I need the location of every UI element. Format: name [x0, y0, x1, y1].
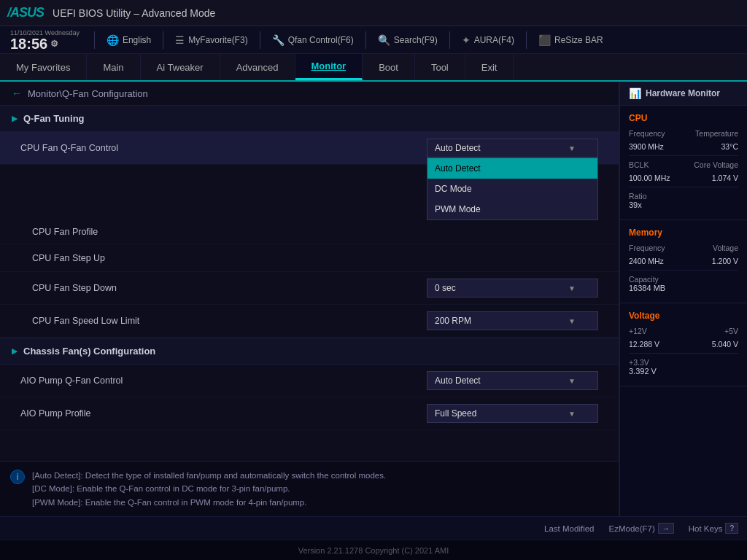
hw-core-voltage-value: 1.074 V	[712, 174, 738, 182]
hw-memory-title: Memory	[629, 228, 738, 238]
cpu-fan-step-down-row: CPU Fan Step Down 0 sec ▼	[0, 272, 619, 305]
aio-qfan-dropdown-arrow: ▼	[568, 377, 576, 385]
resize-icon: ⬛	[538, 34, 551, 46]
back-arrow-icon[interactable]: ←	[12, 88, 22, 99]
aura-label: AURA(F4)	[474, 35, 514, 45]
hw-cpu-section: CPU Frequency Temperature 3900 MHz 33°C …	[620, 106, 747, 220]
qfan-section-header[interactable]: ▶ Q-Fan Tuning	[0, 106, 619, 132]
hw-ratio-label: Ratio	[629, 192, 738, 201]
aio-pump-qfan-dropdown-wrapper: Auto Detect ▼	[427, 371, 598, 390]
hw-mem-voltage-value: 1.200 V	[712, 257, 738, 265]
cpu-fan-qfan-dropdown-menu: Auto Detect DC Mode PWM Mode	[427, 158, 598, 220]
aio-pump-qfan-control-row: AIO Pump Q-Fan Control Auto Detect ▼	[0, 365, 619, 397]
aio-pump-profile-label: AIO Pump Profile	[20, 408, 427, 419]
cpu-fan-step-down-dropdown[interactable]: 0 sec ▼	[427, 279, 598, 298]
aura-button[interactable]: ✦ AURA(F4)	[462, 34, 514, 46]
info-box: i [Auto Detect]: Detect the type of inst…	[0, 461, 619, 516]
resize-bar-button[interactable]: ⬛ ReSize BAR	[538, 34, 603, 46]
divider6	[526, 31, 527, 49]
dropdown-option-pwm-mode[interactable]: PWM Mode	[427, 199, 597, 219]
nav-exit[interactable]: Exit	[465, 54, 514, 80]
hw-cpu-freq-value: 3900 MHz	[629, 142, 664, 151]
chassis-section-header[interactable]: ▶ Chassis Fan(s) Configuration	[0, 338, 619, 365]
hardware-monitor-panel: 📊 Hardware Monitor CPU Frequency Tempera…	[619, 82, 747, 516]
monitor-icon: 📊	[629, 88, 641, 99]
hw-cpu-freq-row: Frequency Temperature	[629, 129, 738, 138]
hot-keys-icon: ?	[725, 523, 738, 534]
nav-main[interactable]: Main	[87, 54, 140, 80]
bios-title: UEFI BIOS Utility – Advanced Mode	[53, 7, 215, 19]
fan-icon: 🔧	[272, 34, 285, 46]
hw-v33-label: +3.3V	[629, 358, 738, 367]
hw-cpu-freq-val-row: 3900 MHz 33°C	[629, 142, 738, 151]
step-down-dropdown-arrow: ▼	[568, 284, 576, 292]
cpu-fan-speed-low-limit-dropdown[interactable]: 200 RPM ▼	[427, 311, 598, 330]
nav-boot[interactable]: Boot	[363, 54, 415, 80]
dropdown-option-auto-detect[interactable]: Auto Detect	[427, 158, 597, 179]
hw-mem-freq-row: Frequency Voltage	[629, 244, 738, 252]
hw-v5-value: 5.040 V	[712, 340, 738, 349]
my-favorite-button[interactable]: ☰ MyFavorite(F3)	[175, 34, 247, 46]
breadcrumb-text: Monitor\Q-Fan Configuration	[28, 88, 148, 99]
asus-brand: /ASUS	[7, 5, 44, 20]
hw-monitor-header: 📊 Hardware Monitor	[620, 82, 747, 106]
hw-mem-freq-label: Frequency	[629, 244, 665, 252]
date-display: 11/10/2021 Wednesday	[10, 29, 80, 36]
divider4	[365, 31, 366, 49]
aio-pump-qfan-label: AIO Pump Q-Fan Control	[20, 376, 427, 386]
search-button[interactable]: 🔍 Search(F9)	[378, 34, 438, 46]
cpu-fan-step-up-row: CPU Fan Step Up	[0, 244, 619, 272]
info-bar: 11/10/2021 Wednesday 18:56 ⚙ 🌐 English ☰…	[0, 26, 747, 54]
asus-logo: /ASUS	[7, 5, 44, 20]
chassis-expand-icon: ▶	[12, 346, 18, 356]
dropdown-option-dc-mode[interactable]: DC Mode	[427, 179, 597, 199]
nav-ai-tweaker[interactable]: Ai Tweaker	[141, 54, 220, 80]
aura-icon: ✦	[462, 34, 471, 46]
hw-v12-value: 12.288 V	[629, 340, 659, 349]
search-label: Search(F9)	[394, 35, 438, 45]
hw-v33-value: 3.392 V	[629, 367, 738, 376]
aio-pump-qfan-dropdown[interactable]: Auto Detect ▼	[427, 371, 598, 390]
last-modified-button[interactable]: Last Modified	[544, 524, 594, 533]
footer: Version 2.21.1278 Copyright (C) 2021 AMI	[0, 540, 747, 560]
qfan-control-button[interactable]: 🔧 Qfan Control(F6)	[272, 34, 354, 46]
qfan-section-title: Q-Fan Tuning	[23, 113, 85, 124]
nav-bar: My Favorites Main Ai Tweaker Advanced Mo…	[0, 54, 747, 82]
cpu-fan-qfan-control-row: CPU Fan Q-Fan Control Auto Detect ▼ Auto…	[0, 132, 619, 165]
cpu-fan-step-down-label: CPU Fan Step Down	[20, 283, 427, 293]
resize-label: ReSize BAR	[554, 35, 603, 45]
info-icon: i	[10, 470, 25, 484]
hw-bclk-row: BCLK Core Voltage	[629, 160, 738, 169]
nav-tool[interactable]: Tool	[415, 54, 465, 80]
hw-divider2	[629, 187, 738, 187]
language-selector[interactable]: 🌐 English	[107, 34, 151, 46]
hw-v5-label: +5V	[724, 327, 738, 335]
chassis-section-title: Chassis Fan(s) Configuration	[23, 346, 155, 357]
cpu-fan-qfan-dropdown-wrapper: Auto Detect ▼ Auto Detect DC Mode	[427, 139, 598, 158]
hw-bclk-value: 100.00 MHz	[629, 174, 670, 182]
cpu-fan-speed-low-limit-label: CPU Fan Speed Low Limit	[20, 316, 427, 326]
expand-icon: ▶	[12, 114, 18, 123]
footer-text: Version 2.21.1278 Copyright (C) 2021 AMI	[298, 546, 449, 555]
settings-area: ▶ Q-Fan Tuning CPU Fan Q-Fan Control Aut…	[0, 106, 619, 461]
divider2	[163, 31, 163, 49]
ez-mode-button[interactable]: EzMode(F7) →	[608, 523, 673, 534]
nav-my-favorites[interactable]: My Favorites	[0, 54, 87, 80]
breadcrumb: ← Monitor\Q-Fan Configuration	[0, 82, 619, 106]
hw-cpu-freq-label: Frequency	[629, 129, 665, 138]
favorite-icon: ☰	[175, 34, 185, 46]
cpu-fan-speed-low-limit-dropdown-wrapper: 200 RPM ▼	[427, 311, 598, 330]
language-label: English	[123, 35, 151, 45]
cpu-fan-qfan-label: CPU Fan Q-Fan Control	[20, 143, 427, 153]
cpu-fan-qfan-dropdown[interactable]: Auto Detect ▼	[427, 139, 598, 158]
aio-pump-profile-dropdown[interactable]: Full Speed ▼	[427, 404, 598, 423]
time-display: 18:56 ⚙	[10, 36, 58, 51]
settings-icon[interactable]: ⚙	[50, 39, 58, 48]
hw-core-voltage-label: Core Voltage	[694, 160, 738, 169]
hw-capacity-label: Capacity	[629, 275, 738, 284]
nav-advanced[interactable]: Advanced	[220, 54, 295, 80]
hw-divider1	[629, 155, 738, 156]
hot-keys-button[interactable]: Hot Keys ?	[689, 523, 738, 534]
nav-monitor[interactable]: Monitor	[295, 54, 363, 80]
speed-limit-dropdown-arrow: ▼	[568, 317, 576, 325]
